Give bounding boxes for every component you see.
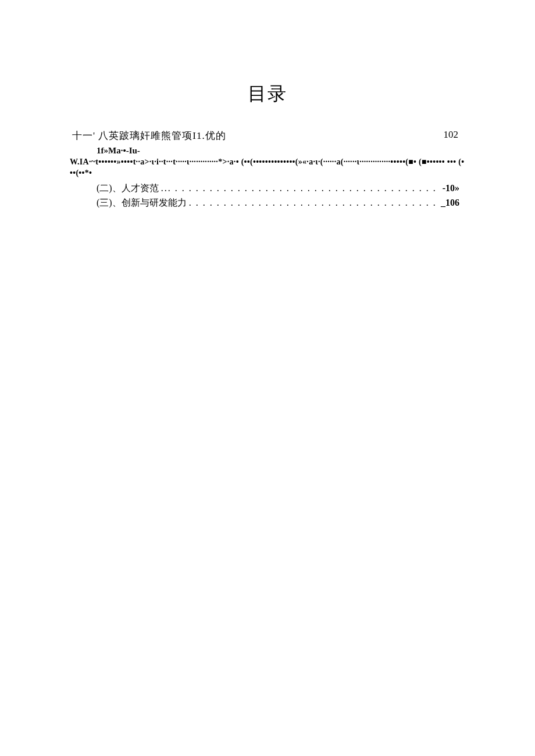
toc-section-left: 十一' 八英跛璃奸雎熊管项I1.优的 — [72, 129, 226, 142]
toc-entry: (二)、人才资范 ... . . . . . . . . . . . . . .… — [70, 182, 465, 195]
toc-entry: (三)、创新与研发能力 . . . . . . . . . . . . . . … — [70, 197, 465, 209]
toc-entry-page: -10» — [443, 183, 459, 194]
garbled-text-1: 1f»Ma·•-Iu- — [70, 146, 465, 156]
toc-entry-page: _106 — [441, 198, 459, 208]
toc-section-heading: 十一' 八英跛璃奸雎熊管项I1.优的 102 — [70, 129, 465, 142]
garbled-text-2: W.IA·~t••••••»••••t··a>·ι·i··t···t·····ι… — [70, 157, 465, 179]
toc-title: 目录 — [70, 81, 465, 107]
toc-section-page: 102 — [444, 129, 463, 142]
toc-entry-label: (三)、创新与研发能力 — [97, 197, 187, 209]
toc-entry-dots: ... . . . . . . . . . . . . . . . . . . … — [161, 183, 440, 194]
toc-entry-dots: . . . . . . . . . . . . . . . . . . . . … — [189, 198, 438, 208]
toc-entry-label: (二)、人才资范 — [97, 182, 159, 195]
document-page: 目录 十一' 八英跛璃奸雎熊管项I1.优的 102 1f»Ma·•-Iu- W.… — [0, 0, 535, 209]
